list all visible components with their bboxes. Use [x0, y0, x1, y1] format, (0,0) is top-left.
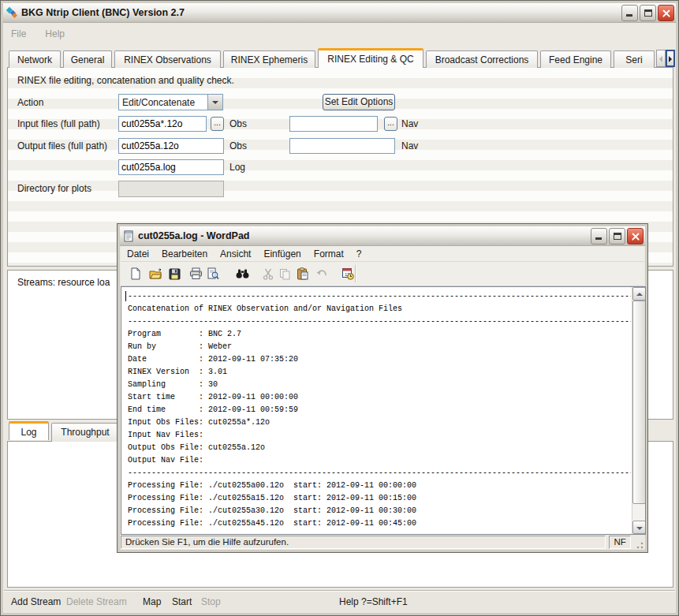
undo-arrow-icon	[315, 269, 328, 279]
input-nav-browse-button[interactable]: ...	[384, 117, 397, 131]
scrollbar-thumb[interactable]	[632, 301, 646, 504]
scroll-down-button[interactable]	[632, 521, 646, 534]
binoculars-icon	[236, 268, 249, 279]
tab-scroll-left-button[interactable]	[656, 50, 666, 67]
output-obs-field[interactable]	[118, 138, 224, 154]
wordpad-maximize-button[interactable]	[609, 228, 625, 245]
bnc-maximize-button[interactable]	[640, 5, 656, 21]
stop-button: Stop	[201, 596, 221, 607]
date-time-button[interactable]: 12	[339, 265, 356, 282]
resize-grip[interactable]	[634, 539, 644, 550]
start-button[interactable]: Start	[172, 596, 192, 607]
menu-datei[interactable]: Datei	[121, 248, 155, 259]
tab-feed-engine[interactable]: Feed Engine	[540, 50, 611, 68]
status-message: Drücken Sie F1, um die Hilfe aufzurufen.	[121, 536, 606, 549]
tab-network[interactable]: Network	[9, 50, 61, 68]
log-line: Concatenation of RINEX Observation and/o…	[128, 303, 631, 315]
tab-broadcast-corrections[interactable]: Broadcast Corrections	[426, 50, 538, 68]
wordpad-titlebar[interactable]: cut0255a.log - WordPad	[120, 226, 645, 246]
screen: BKG Ntrip Client (BNC) Version 2.7 File …	[0, 0, 679, 616]
set-edit-options-button[interactable]: Set Edit Options	[323, 94, 395, 110]
wordpad-app-icon	[122, 230, 135, 242]
wordpad-document-area[interactable]: ----------------------------------------…	[121, 286, 646, 535]
action-label: Action	[17, 97, 43, 108]
menu-bearbeiten[interactable]: Bearbeiten	[155, 248, 214, 259]
menu-ansicht[interactable]: Ansicht	[214, 248, 257, 259]
add-stream-button[interactable]: Add Stream	[11, 596, 61, 607]
vertical-scrollbar[interactable]	[632, 287, 645, 534]
help-shortcut-label: Help ?=Shift+F1	[339, 596, 408, 607]
directory-plots-field	[118, 181, 224, 197]
open-file-button[interactable]	[147, 265, 164, 282]
log-line: Processing File: ./cut0255a30.12o start:…	[128, 505, 631, 517]
tab-throughput[interactable]: Throughput	[51, 423, 119, 442]
tab-scroll-right-button[interactable]	[666, 50, 675, 67]
scroll-up-button[interactable]	[632, 287, 646, 301]
log-line: End time : 2012-09-11 00:59:59	[128, 404, 631, 416]
bnc-window-title: BKG Ntrip Client (BNC) Version 2.7	[21, 7, 621, 18]
bnc-minimize-button[interactable]	[621, 5, 638, 21]
maximize-icon	[614, 233, 621, 240]
menu-einfuegen[interactable]: Einfügen	[257, 248, 307, 259]
input-nav-suffix-label: Nav	[401, 118, 418, 129]
print-button[interactable]	[187, 265, 204, 282]
paste-button[interactable]	[293, 265, 311, 282]
tab-general[interactable]: General	[63, 50, 112, 68]
wordpad-minimize-button[interactable]	[591, 228, 607, 245]
copy-pages-icon	[279, 268, 291, 280]
combo-dropdown-icon[interactable]	[207, 95, 222, 110]
input-files-label: Input files (full path)	[17, 118, 100, 129]
new-document-button[interactable]	[127, 265, 144, 282]
print-preview-button[interactable]	[204, 265, 222, 282]
minimize-icon	[595, 237, 602, 240]
tab-log[interactable]: Log	[9, 421, 49, 440]
log-line: Start time : 2012-09-11 00:00:00	[128, 391, 631, 404]
output-nav-field[interactable]	[289, 138, 395, 154]
tab-rinex-editing-qc[interactable]: RINEX Editing & QC	[318, 48, 423, 68]
wordpad-close-button[interactable]	[627, 228, 644, 245]
input-nav-field[interactable]	[289, 116, 378, 132]
log-line: Processing File: ./cut0255a00.12o start:…	[128, 480, 631, 492]
menu-file[interactable]: File	[11, 28, 26, 39]
input-obs-suffix-label: Obs	[229, 118, 247, 129]
bnc-close-button[interactable]	[658, 5, 674, 21]
bnc-window-controls	[621, 5, 674, 21]
print-preview-icon	[207, 267, 219, 280]
menu-help[interactable]: Help	[45, 28, 65, 39]
wordpad-menubar: Datei Bearbeiten Ansicht Einfügen Format…	[121, 246, 644, 262]
tab-rinex-observations[interactable]: RINEX Observations	[114, 50, 221, 68]
log-line: Input Obs Files: cut0255a*.12o	[128, 416, 631, 429]
toolbar-separator	[355, 265, 356, 282]
log-line: Program : BNC 2.7	[128, 328, 631, 341]
copy-button	[276, 265, 293, 282]
log-line: Date : 2012-09-11 07:35:20	[128, 353, 631, 366]
map-button[interactable]: Map	[143, 596, 161, 607]
tab-rinex-ephemeris[interactable]: RINEX Ephemeris	[223, 50, 315, 68]
log-suffix-label: Log	[229, 162, 245, 173]
log-line: ----------------------------------------…	[128, 315, 631, 328]
action-select[interactable]: Edit/Concatenate	[118, 94, 223, 110]
open-folder-icon	[149, 267, 162, 280]
output-nav-suffix-label: Nav	[401, 140, 418, 151]
bnc-titlebar[interactable]: BKG Ntrip Client (BNC) Version 2.7	[3, 3, 676, 23]
log-line: Sampling : 30	[128, 379, 631, 391]
wordpad-window-title: cut0255a.log - WordPad	[138, 230, 591, 241]
action-selected-value: Edit/Concatenate	[119, 95, 207, 110]
input-obs-browse-button[interactable]: ...	[211, 117, 224, 131]
wordpad-statusbar: Drücken Sie F1, um die Hilfe aufzurufen.…	[121, 535, 644, 550]
input-obs-field[interactable]	[118, 116, 207, 132]
menu-format[interactable]: Format	[308, 248, 350, 259]
panel-description: RINEX file editing, concatenation and qu…	[17, 75, 234, 86]
minimize-icon	[626, 14, 632, 17]
log-line: Processing File: ./cut0255a45.12o start:…	[128, 517, 631, 530]
log-text-content: ----------------------------------------…	[128, 290, 631, 534]
tab-serial[interactable]: Seri	[614, 50, 655, 68]
save-button[interactable]	[166, 265, 183, 282]
bnc-menubar: File Help	[4, 24, 675, 43]
chevron-right-icon	[669, 56, 672, 62]
menu-hilfe[interactable]: ?	[350, 248, 368, 259]
log-line: Output Obs File: cut0255a.12o	[128, 442, 631, 454]
maximize-icon	[644, 9, 652, 17]
find-button[interactable]	[233, 265, 251, 282]
log-file-field[interactable]	[118, 159, 224, 175]
